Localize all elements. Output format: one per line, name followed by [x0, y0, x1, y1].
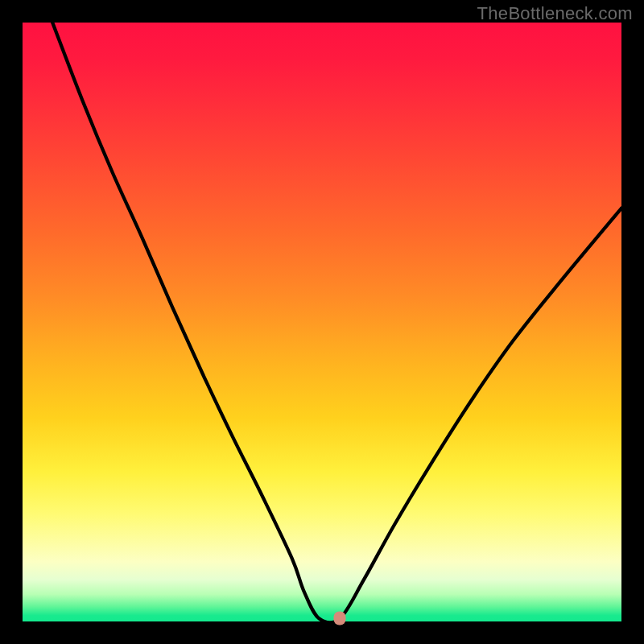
bottleneck-curve [23, 23, 621, 621]
plot-area [23, 23, 621, 621]
chart-frame: TheBottleneck.com [0, 0, 644, 644]
optimal-marker [334, 612, 346, 625]
watermark-label: TheBottleneck.com [477, 3, 633, 24]
